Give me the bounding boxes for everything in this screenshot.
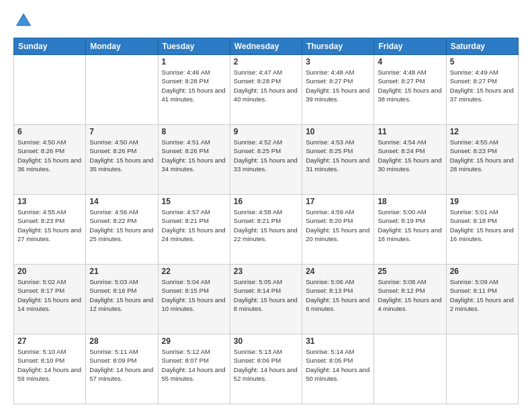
- calendar-cell: 11Sunrise: 4:54 AM Sunset: 8:24 PM Dayli…: [374, 125, 446, 195]
- calendar-cell: 24Sunrise: 5:06 AM Sunset: 8:13 PM Dayli…: [302, 265, 374, 334]
- calendar-cell: 29Sunrise: 5:12 AM Sunset: 8:07 PM Dayli…: [158, 334, 230, 404]
- day-info: Sunrise: 4:55 AM Sunset: 8:23 PM Dayligh…: [17, 208, 82, 243]
- day-number: 12: [450, 127, 515, 136]
- day-info: Sunrise: 5:10 AM Sunset: 8:10 PM Dayligh…: [17, 347, 82, 383]
- calendar-cell: 22Sunrise: 5:04 AM Sunset: 8:15 PM Dayli…: [158, 265, 230, 334]
- day-number: 28: [89, 336, 154, 346]
- calendar-week-row: 27Sunrise: 5:10 AM Sunset: 8:10 PM Dayli…: [14, 334, 519, 404]
- day-number: 14: [89, 197, 154, 206]
- day-number: 16: [234, 197, 298, 206]
- page: Sunday Monday Tuesday Wednesday Thursday…: [0, 0, 532, 411]
- day-info: Sunrise: 5:02 AM Sunset: 8:17 PM Dayligh…: [17, 277, 82, 313]
- calendar-header-row: Sunday Monday Tuesday Wednesday Thursday…: [14, 38, 519, 55]
- calendar-cell: 27Sunrise: 5:10 AM Sunset: 8:10 PM Dayli…: [14, 334, 86, 404]
- day-number: 21: [89, 267, 154, 276]
- calendar-cell: 10Sunrise: 4:53 AM Sunset: 8:25 PM Dayli…: [302, 125, 374, 195]
- day-info: Sunrise: 5:12 AM Sunset: 8:07 PM Dayligh…: [162, 347, 226, 383]
- day-number: 7: [89, 127, 154, 136]
- day-number: 2: [234, 57, 298, 66]
- calendar-cell: 26Sunrise: 5:09 AM Sunset: 8:11 PM Dayli…: [446, 265, 518, 334]
- col-wednesday: Wednesday: [230, 38, 302, 55]
- day-number: 1: [162, 57, 226, 66]
- day-info: Sunrise: 4:58 AM Sunset: 8:21 PM Dayligh…: [234, 208, 298, 243]
- day-number: 6: [17, 127, 82, 136]
- day-info: Sunrise: 4:48 AM Sunset: 8:27 PM Dayligh…: [306, 68, 370, 103]
- day-number: 20: [17, 267, 82, 276]
- day-number: 10: [306, 127, 370, 136]
- day-number: 30: [234, 336, 298, 346]
- day-info: Sunrise: 5:13 AM Sunset: 8:06 PM Dayligh…: [234, 347, 298, 383]
- calendar-cell: 1Sunrise: 4:46 AM Sunset: 8:28 PM Daylig…: [158, 55, 230, 125]
- day-info: Sunrise: 4:52 AM Sunset: 8:25 PM Dayligh…: [234, 138, 298, 173]
- calendar-cell: 15Sunrise: 4:57 AM Sunset: 8:21 PM Dayli…: [158, 195, 230, 265]
- logo-icon: [13, 11, 34, 31]
- calendar-cell: 14Sunrise: 4:56 AM Sunset: 8:22 PM Dayli…: [86, 195, 158, 265]
- col-tuesday: Tuesday: [158, 38, 230, 55]
- day-info: Sunrise: 5:05 AM Sunset: 8:14 PM Dayligh…: [234, 277, 298, 313]
- day-number: 23: [234, 267, 298, 276]
- day-info: Sunrise: 5:14 AM Sunset: 8:05 PM Dayligh…: [306, 347, 370, 383]
- day-info: Sunrise: 4:59 AM Sunset: 8:20 PM Dayligh…: [306, 208, 370, 243]
- day-info: Sunrise: 4:53 AM Sunset: 8:25 PM Dayligh…: [306, 138, 370, 173]
- calendar-cell: 5Sunrise: 4:49 AM Sunset: 8:27 PM Daylig…: [446, 55, 518, 125]
- day-number: 4: [378, 57, 442, 66]
- day-info: Sunrise: 5:00 AM Sunset: 8:19 PM Dayligh…: [378, 208, 442, 243]
- day-info: Sunrise: 4:50 AM Sunset: 8:26 PM Dayligh…: [89, 138, 154, 173]
- calendar-week-row: 13Sunrise: 4:55 AM Sunset: 8:23 PM Dayli…: [14, 195, 519, 265]
- day-info: Sunrise: 5:01 AM Sunset: 8:18 PM Dayligh…: [450, 208, 515, 243]
- calendar-cell: 18Sunrise: 5:00 AM Sunset: 8:19 PM Dayli…: [374, 195, 446, 265]
- day-number: 27: [17, 336, 82, 346]
- day-info: Sunrise: 5:09 AM Sunset: 8:11 PM Dayligh…: [450, 277, 515, 313]
- calendar-cell: 20Sunrise: 5:02 AM Sunset: 8:17 PM Dayli…: [14, 265, 86, 334]
- calendar-cell: 13Sunrise: 4:55 AM Sunset: 8:23 PM Dayli…: [14, 195, 86, 265]
- calendar-cell: [446, 334, 518, 404]
- calendar-body: 1Sunrise: 4:46 AM Sunset: 8:28 PM Daylig…: [14, 55, 519, 404]
- col-sunday: Sunday: [14, 38, 86, 55]
- day-info: Sunrise: 4:55 AM Sunset: 8:23 PM Dayligh…: [450, 138, 515, 173]
- day-number: 24: [306, 267, 370, 276]
- day-number: 9: [234, 127, 298, 136]
- day-info: Sunrise: 4:49 AM Sunset: 8:27 PM Dayligh…: [450, 68, 515, 103]
- calendar-week-row: 6Sunrise: 4:50 AM Sunset: 8:26 PM Daylig…: [14, 125, 519, 195]
- calendar-cell: 21Sunrise: 5:03 AM Sunset: 8:16 PM Dayli…: [86, 265, 158, 334]
- day-number: 8: [162, 127, 226, 136]
- day-number: 17: [306, 197, 370, 206]
- day-number: 13: [17, 197, 82, 206]
- day-info: Sunrise: 4:46 AM Sunset: 8:28 PM Dayligh…: [162, 68, 226, 103]
- day-number: 11: [378, 127, 442, 136]
- day-info: Sunrise: 5:11 AM Sunset: 8:09 PM Dayligh…: [89, 347, 154, 383]
- calendar-cell: 4Sunrise: 4:48 AM Sunset: 8:27 PM Daylig…: [374, 55, 446, 125]
- calendar-week-row: 1Sunrise: 4:46 AM Sunset: 8:28 PM Daylig…: [14, 55, 519, 125]
- calendar-week-row: 20Sunrise: 5:02 AM Sunset: 8:17 PM Dayli…: [14, 265, 519, 334]
- day-number: 3: [306, 57, 370, 66]
- day-number: 18: [378, 197, 442, 206]
- day-info: Sunrise: 5:03 AM Sunset: 8:16 PM Dayligh…: [89, 277, 154, 313]
- calendar-cell: 3Sunrise: 4:48 AM Sunset: 8:27 PM Daylig…: [302, 55, 374, 125]
- day-number: 5: [450, 57, 515, 66]
- col-monday: Monday: [86, 38, 158, 55]
- calendar-cell: 8Sunrise: 4:51 AM Sunset: 8:26 PM Daylig…: [158, 125, 230, 195]
- calendar-cell: 19Sunrise: 5:01 AM Sunset: 8:18 PM Dayli…: [446, 195, 518, 265]
- day-info: Sunrise: 4:50 AM Sunset: 8:26 PM Dayligh…: [17, 138, 82, 173]
- day-info: Sunrise: 4:48 AM Sunset: 8:27 PM Dayligh…: [378, 68, 442, 103]
- day-number: 26: [450, 267, 515, 276]
- calendar-cell: [374, 334, 446, 404]
- calendar-cell: 31Sunrise: 5:14 AM Sunset: 8:05 PM Dayli…: [302, 334, 374, 404]
- col-saturday: Saturday: [446, 38, 518, 55]
- day-info: Sunrise: 5:04 AM Sunset: 8:15 PM Dayligh…: [162, 277, 226, 313]
- day-number: 25: [378, 267, 442, 276]
- day-number: 31: [306, 336, 370, 346]
- calendar-cell: 6Sunrise: 4:50 AM Sunset: 8:26 PM Daylig…: [14, 125, 86, 195]
- day-info: Sunrise: 4:56 AM Sunset: 8:22 PM Dayligh…: [89, 208, 154, 243]
- calendar-cell: 2Sunrise: 4:47 AM Sunset: 8:28 PM Daylig…: [230, 55, 302, 125]
- day-info: Sunrise: 5:06 AM Sunset: 8:13 PM Dayligh…: [306, 277, 370, 313]
- calendar-cell: [14, 55, 86, 125]
- day-number: 15: [162, 197, 226, 206]
- calendar-cell: 16Sunrise: 4:58 AM Sunset: 8:21 PM Dayli…: [230, 195, 302, 265]
- calendar-cell: 9Sunrise: 4:52 AM Sunset: 8:25 PM Daylig…: [230, 125, 302, 195]
- calendar-cell: 23Sunrise: 5:05 AM Sunset: 8:14 PM Dayli…: [230, 265, 302, 334]
- day-info: Sunrise: 4:54 AM Sunset: 8:24 PM Dayligh…: [378, 138, 442, 173]
- day-info: Sunrise: 4:57 AM Sunset: 8:21 PM Dayligh…: [162, 208, 226, 243]
- day-number: 22: [162, 267, 226, 276]
- calendar-table: Sunday Monday Tuesday Wednesday Thursday…: [13, 38, 519, 404]
